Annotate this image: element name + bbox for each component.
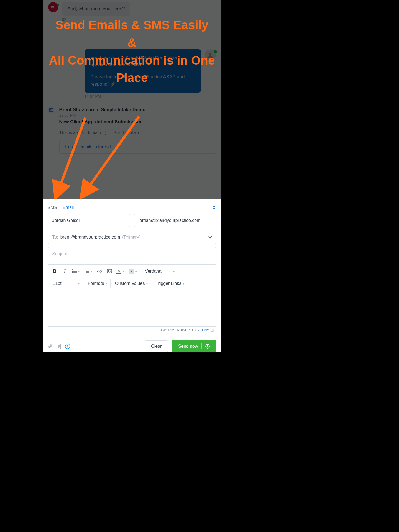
- email-card-header: Brent Stutzman › Simple Intake Demo: [59, 107, 216, 112]
- editor-toolbar: B I ▼ ▼ A▼: [48, 265, 216, 290]
- from-email-field[interactable]: [134, 214, 216, 227]
- editor-footer: 0 WORDS POWERED BY TINY ◢: [48, 326, 216, 334]
- tiny-link[interactable]: TINY: [201, 328, 209, 332]
- word-count: 0 WORDS: [160, 328, 175, 332]
- person-icon: [207, 52, 214, 58]
- mail-icon: [48, 107, 54, 113]
- email-subject: New Client Appointment Submission: [59, 119, 216, 125]
- message-bubble-inbound: And, what about your fees?: [62, 2, 131, 16]
- dim-overlay: [43, 0, 221, 200]
- svg-point-6: [72, 271, 72, 272]
- send-divider: [201, 343, 202, 349]
- font-family-select[interactable]: Verdana▼: [142, 266, 178, 276]
- avatar: BS: [48, 2, 58, 12]
- message-timestamp: 12:07 PM: [85, 94, 101, 99]
- trigger-links-select[interactable]: Trigger Links▼: [153, 278, 188, 288]
- message-text: You have a new Simple Intake Demo client…: [91, 54, 195, 68]
- bullet-list-button[interactable]: ▼: [70, 266, 82, 276]
- text-color-button[interactable]: A▼: [115, 266, 127, 276]
- message-text: And, what about your fees?: [68, 6, 125, 11]
- custom-values-select[interactable]: Custom Values▼: [112, 278, 151, 288]
- subject-field[interactable]: [48, 247, 216, 260]
- presence-indicator-icon: [57, 4, 59, 6]
- send-button[interactable]: Send now: [172, 340, 216, 352]
- chevron-down-icon[interactable]: [208, 236, 212, 239]
- svg-rect-13: [107, 269, 112, 273]
- email-from: Brent Stutzman: [59, 107, 94, 112]
- to-primary-tag: (Primary): [122, 235, 140, 240]
- bold-button[interactable]: B: [50, 266, 60, 276]
- editor-body[interactable]: [48, 290, 216, 326]
- presence-indicator-icon: [214, 50, 217, 53]
- conversation-pane: BS And, what about your fees? 02 You hav…: [43, 0, 221, 200]
- thread-expand-label: 1 more emails in thread: [65, 144, 111, 149]
- from-name-input[interactable]: [52, 218, 126, 223]
- svg-point-4: [72, 270, 72, 270]
- template-icon[interactable]: [57, 344, 61, 349]
- formats-select[interactable]: Formats▼: [85, 278, 111, 288]
- message-row-outbound: You have a new Simple Intake Demo client…: [48, 49, 216, 99]
- schedule-icon[interactable]: [205, 344, 210, 349]
- resize-handle-icon[interactable]: ◢: [211, 329, 213, 332]
- message-text: Please log into the SimplePractice ASAP …: [91, 73, 195, 88]
- avatar-initials: BS: [51, 5, 55, 9]
- clear-button[interactable]: Clear: [145, 340, 168, 352]
- app-frame: BS And, what about your fees? 02 You hav…: [43, 0, 221, 352]
- collapse-icon[interactable]: [211, 205, 216, 210]
- email-timestamp: 12:07 PM: [59, 113, 216, 117]
- tab-email[interactable]: Email: [63, 205, 74, 210]
- message-bubble-outbound: You have a new Simple Intake Demo client…: [85, 49, 201, 93]
- message-timestamp: 02: [62, 17, 131, 22]
- composer-tabs: SMS Email: [48, 203, 216, 214]
- svg-text:$: $: [66, 345, 68, 348]
- email-thread-card[interactable]: Brent Stutzman › Simple Intake Demo 12:0…: [48, 107, 216, 154]
- composer-actions: $ Clear Send now: [48, 340, 216, 352]
- from-row: [48, 214, 216, 227]
- thread-expand-button[interactable]: 1 more emails in thread: [59, 140, 216, 154]
- link-button[interactable]: [95, 266, 104, 276]
- font-size-select[interactable]: 11pt▼: [50, 278, 83, 288]
- annotation-arrows: [43, 0, 221, 200]
- from-email-input[interactable]: [139, 218, 212, 223]
- avatar: [205, 49, 216, 60]
- to-field[interactable]: To: brent@brandyourpractice.com (Primary…: [48, 231, 216, 244]
- email-snippet: This is a safe domain :-) — Brent Stutzm…: [59, 130, 216, 135]
- from-name-field[interactable]: [48, 214, 130, 227]
- email-to: Simple Intake Demo: [101, 107, 146, 112]
- attachment-icon[interactable]: [48, 344, 53, 349]
- message-row-inbound: BS And, what about your fees? 02: [48, 0, 216, 22]
- svg-point-0: [209, 53, 211, 55]
- rich-text-editor: B I ▼ ▼ A▼: [48, 264, 216, 334]
- numbered-list-button[interactable]: ▼: [82, 266, 94, 276]
- image-button[interactable]: [105, 266, 114, 276]
- italic-button[interactable]: I: [60, 266, 70, 276]
- svg-point-8: [72, 272, 72, 273]
- tab-sms[interactable]: SMS: [48, 205, 57, 210]
- to-label: To:: [52, 235, 58, 240]
- subject-input[interactable]: [52, 251, 212, 256]
- highlight-color-button[interactable]: A▼: [127, 266, 140, 276]
- email-composer: SMS Email To: brent@brandyourpractice.co…: [43, 200, 221, 352]
- to-value: brent@brandyourpractice.com: [60, 235, 120, 240]
- payment-icon[interactable]: $: [65, 344, 70, 349]
